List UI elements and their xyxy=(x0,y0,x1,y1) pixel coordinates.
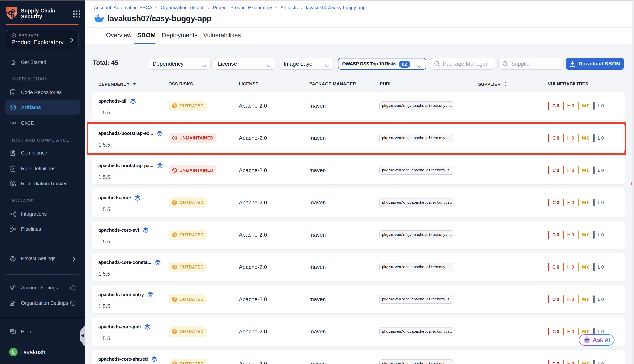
svg-text:?: ? xyxy=(12,329,13,332)
